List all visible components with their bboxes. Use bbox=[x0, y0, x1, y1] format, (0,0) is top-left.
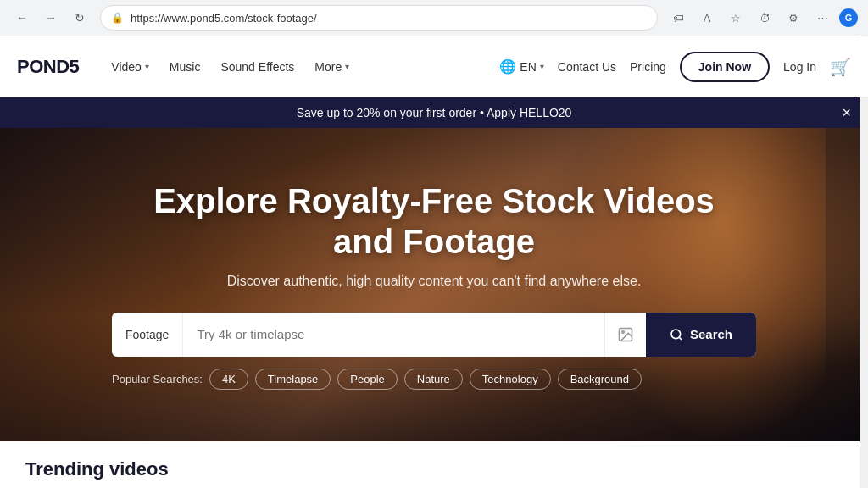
address-bar[interactable]: 🔒 https://www.pond5.com/stock-footage/ bbox=[100, 5, 658, 30]
promo-close-button[interactable]: × bbox=[842, 104, 851, 122]
popular-searches: Popular Searches: 4K Timelapse People Na… bbox=[112, 369, 756, 390]
globe-icon: 🌐 bbox=[499, 58, 516, 75]
bookmark-icon[interactable]: 🏷 bbox=[666, 6, 690, 30]
svg-line-3 bbox=[679, 337, 682, 340]
timer-icon[interactable]: ⏱ bbox=[753, 6, 776, 30]
star-icon[interactable]: ☆ bbox=[724, 6, 748, 30]
hero-section: Explore Royalty-Free Stock Videos and Fo… bbox=[0, 128, 868, 441]
svg-point-1 bbox=[622, 330, 625, 333]
lock-icon: 🔒 bbox=[111, 12, 124, 24]
nav-sound-effects[interactable]: Sound Effects bbox=[212, 53, 303, 80]
more-options-icon[interactable]: ⋯ bbox=[810, 6, 834, 30]
nav-more[interactable]: More ▾ bbox=[306, 53, 358, 80]
popular-searches-label: Popular Searches: bbox=[112, 373, 203, 385]
svg-point-2 bbox=[671, 330, 681, 339]
browser-chrome: ← → ↻ 🔒 https://www.pond5.com/stock-foot… bbox=[0, 0, 868, 36]
chevron-down-icon: ▾ bbox=[145, 62, 149, 71]
back-button[interactable]: ← bbox=[10, 6, 34, 30]
search-input[interactable] bbox=[183, 313, 604, 357]
chevron-down-icon-lang: ▾ bbox=[540, 62, 544, 71]
promo-banner: Save up to 20% on your first order • App… bbox=[0, 97, 868, 128]
language-selector[interactable]: 🌐 EN ▾ bbox=[499, 58, 543, 75]
search-tag-timelapse[interactable]: Timelapse bbox=[255, 369, 331, 390]
search-button[interactable]: Search bbox=[646, 313, 756, 357]
search-tag-4k[interactable]: 4K bbox=[209, 369, 248, 390]
search-container: Footage Search Popular Searches: 4K T bbox=[112, 313, 756, 390]
login-link[interactable]: Log In bbox=[783, 60, 816, 74]
bottom-section: Trending videos bbox=[0, 441, 868, 488]
contact-link[interactable]: Contact Us bbox=[558, 60, 616, 74]
search-tag-nature[interactable]: Nature bbox=[404, 369, 463, 390]
search-tag-background[interactable]: Background bbox=[558, 369, 642, 390]
language-label: EN bbox=[520, 60, 536, 74]
profile-avatar[interactable]: G bbox=[839, 8, 858, 27]
join-now-button[interactable]: Join Now bbox=[680, 52, 770, 82]
extensions-icon[interactable]: ⚙ bbox=[782, 6, 805, 30]
search-type-label[interactable]: Footage bbox=[112, 313, 183, 357]
search-tag-people[interactable]: People bbox=[337, 369, 397, 390]
hero-content: Explore Royalty-Free Stock Videos and Fo… bbox=[95, 180, 773, 313]
nav-music-label: Music bbox=[170, 60, 201, 74]
nav-video-label: Video bbox=[111, 60, 142, 74]
nav-video[interactable]: Video ▾ bbox=[103, 53, 158, 80]
promo-text: Save up to 20% on your first order • App… bbox=[297, 106, 572, 119]
hero-subtitle: Discover authentic, high quality content… bbox=[129, 274, 739, 289]
scrollbar[interactable] bbox=[860, 36, 868, 488]
nav-sound-effects-label: Sound Effects bbox=[220, 60, 294, 74]
refresh-button[interactable]: ↻ bbox=[68, 6, 92, 30]
search-button-label: Search bbox=[690, 327, 732, 341]
search-bar: Footage Search bbox=[112, 313, 756, 357]
browser-action-buttons: 🏷 A ☆ ⏱ ⚙ ⋯ G bbox=[666, 6, 858, 30]
site-logo[interactable]: POND5 bbox=[17, 56, 79, 78]
url-text: https://www.pond5.com/stock-footage/ bbox=[131, 12, 647, 25]
hero-title: Explore Royalty-Free Stock Videos and Fo… bbox=[129, 180, 739, 262]
translate-icon[interactable]: A bbox=[695, 6, 719, 30]
pricing-link[interactable]: Pricing bbox=[630, 60, 666, 74]
nav-music[interactable]: Music bbox=[161, 53, 209, 80]
nav-right: 🌐 EN ▾ Contact Us Pricing Join Now Log I… bbox=[499, 52, 851, 82]
search-tag-technology[interactable]: Technology bbox=[470, 369, 551, 390]
image-search-button[interactable] bbox=[604, 313, 646, 357]
browser-nav-buttons: ← → ↻ bbox=[10, 6, 92, 30]
navbar: POND5 Video ▾ Music Sound Effects More ▾… bbox=[0, 36, 868, 97]
cart-icon[interactable]: 🛒 bbox=[830, 57, 851, 77]
trending-videos-title: Trending videos bbox=[25, 458, 843, 480]
browser-toolbar: ← → ↻ 🔒 https://www.pond5.com/stock-foot… bbox=[0, 0, 868, 36]
nav-links: Video ▾ Music Sound Effects More ▾ bbox=[103, 53, 499, 80]
chevron-down-icon-more: ▾ bbox=[345, 62, 349, 71]
forward-button[interactable]: → bbox=[39, 6, 63, 30]
nav-more-label: More bbox=[314, 60, 342, 74]
